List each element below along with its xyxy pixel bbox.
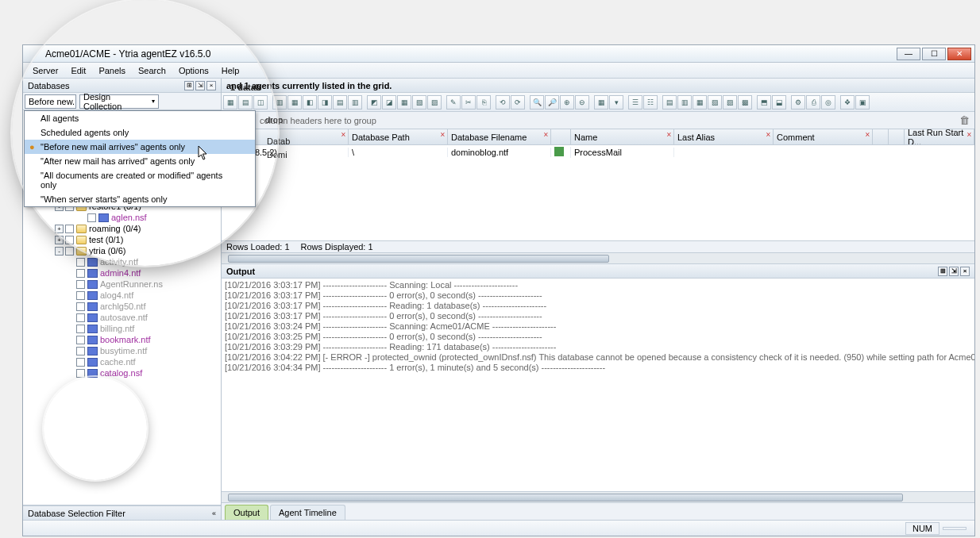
tree-db[interactable]: archlg50.ntf (23, 301, 221, 312)
checkbox[interactable] (76, 325, 85, 333)
checkbox[interactable] (65, 225, 74, 233)
toolbar-button[interactable]: ❖ (840, 95, 855, 110)
checkbox[interactable] (76, 369, 85, 378)
toolbar-button[interactable]: ▤ (662, 95, 677, 110)
toolbar-button[interactable]: ◎ (821, 95, 835, 110)
tree-db[interactable]: AgentRunner.ns (23, 279, 221, 290)
close-output-icon[interactable]: × (960, 267, 970, 276)
scroll-thumb[interactable] (228, 494, 903, 501)
agent-filter-dropdown[interactable]: All agentsScheduled agents only"Before n… (24, 110, 256, 207)
group-bar[interactable]: column headers here to group 🗑 (222, 112, 974, 129)
toolbar-button[interactable]: ✂ (461, 95, 476, 110)
toolbar-button[interactable]: ⟲ (496, 95, 510, 110)
tree-expander-icon[interactable]: - (55, 247, 64, 256)
toolbar-button[interactable]: ▩ (738, 95, 752, 110)
tree-db[interactable]: bookmark.ntf (23, 334, 221, 345)
minimize-button[interactable]: — (897, 48, 920, 60)
tree-db[interactable]: admin4.ntf (23, 267, 221, 279)
scroll-thumb[interactable] (228, 255, 609, 263)
tree-expander-icon[interactable]: + (55, 225, 64, 233)
menu-help[interactable]: Help (215, 64, 246, 77)
toolbar-button[interactable]: ▧ (412, 95, 426, 110)
tree-expander-icon[interactable]: + (55, 236, 64, 244)
tree-db[interactable]: billing.ntf (23, 323, 221, 334)
toolbar-button[interactable]: ◩ (367, 95, 381, 110)
dropdown-item[interactable]: "After new mail has arrived" agents only (25, 154, 255, 168)
menu-search[interactable]: Search (132, 64, 172, 77)
close-button[interactable]: ✕ (947, 48, 971, 60)
dropdown-item[interactable]: "When server starts" agents only (25, 192, 255, 206)
pop-icon[interactable]: ⊞ (938, 267, 947, 276)
column-header[interactable] (551, 129, 571, 144)
toolbar-button[interactable]: ▤ (333, 95, 347, 110)
toolbar-button[interactable]: ⎘ (476, 95, 491, 110)
checkbox[interactable] (76, 269, 85, 278)
toolbar-button[interactable]: ◨ (318, 95, 332, 110)
pin-icon[interactable]: ⇲ (949, 267, 959, 276)
column-header[interactable]: Database Path⨯ (349, 129, 448, 144)
design-collection-combo[interactable]: Design Collection ▾ (79, 94, 159, 109)
tree-db[interactable]: autosave.ntf (23, 312, 221, 323)
dropdown-item[interactable]: "All documents are created or modified" … (25, 168, 255, 192)
tree-db[interactable]: busytime.ntf (23, 345, 221, 356)
toolbar-button[interactable]: ▧ (708, 95, 722, 110)
dropdown-item[interactable]: Scheduled agents only (25, 125, 255, 140)
tree-db[interactable]: aglen.nsf (23, 212, 221, 223)
pin2-icon[interactable]: ⇲ (195, 81, 205, 90)
toolbar-button[interactable]: ⊖ (575, 95, 589, 110)
dropdown-item[interactable]: "Before new mail arrives" agents only (25, 140, 255, 154)
toolbar-button[interactable]: ⬓ (772, 95, 786, 110)
toolbar-button[interactable]: ▥ (348, 95, 362, 110)
checkbox[interactable] (76, 313, 85, 322)
checkbox[interactable] (76, 302, 85, 311)
toolbar-button[interactable]: ▦ (287, 95, 302, 110)
toolbar-button[interactable]: ⎙ (806, 95, 820, 110)
output-log[interactable]: [10/21/2016 3:03:17 PM] ----------------… (222, 279, 974, 491)
tree-db[interactable]: alog4.ntf (23, 290, 221, 301)
checkbox[interactable] (65, 236, 74, 244)
column-header[interactable] (889, 129, 905, 144)
toolbar-button[interactable]: ✎ (446, 95, 461, 110)
toolbar-button[interactable]: ▦ (223, 95, 237, 110)
trash-icon[interactable]: 🗑 (959, 114, 970, 126)
menu-options[interactable]: Options (172, 64, 215, 77)
checkbox[interactable] (76, 358, 85, 367)
toolbar-button[interactable]: ⚙ (791, 95, 805, 110)
tree-folder[interactable]: +test (0/1) (23, 234, 221, 245)
toolbar-button[interactable]: ◧ (303, 95, 317, 110)
tree-db[interactable]: cache.ntf (23, 356, 221, 367)
checkbox[interactable] (76, 347, 85, 355)
pin-icon[interactable]: ⊞ (184, 81, 194, 90)
column-filter-icon[interactable]: ⨯ (666, 131, 672, 138)
toolbar-button[interactable]: ▥ (272, 95, 287, 110)
agent-filter-combo[interactable]: Before new... ▾ (25, 94, 76, 109)
toolbar-button[interactable]: ☷ (643, 95, 658, 110)
checkbox[interactable] (76, 280, 85, 289)
tree-folder[interactable]: -ytria (0/6) (23, 245, 221, 256)
checkbox[interactable] (76, 258, 85, 267)
toolbar-button[interactable]: ▾ (609, 95, 623, 110)
close-panel-icon[interactable]: × (206, 81, 216, 90)
toolbar-button[interactable]: ☰ (628, 95, 642, 110)
output-hscroll[interactable] (222, 491, 974, 502)
toolbar-button[interactable]: ⊕ (560, 95, 574, 110)
column-header[interactable]: Last Run Start D...⨯ (905, 129, 974, 144)
toolbar-button[interactable]: ▦ (693, 95, 707, 110)
toolbar-button[interactable]: ▣ (855, 95, 870, 110)
column-header[interactable] (873, 129, 889, 144)
column-filter-icon[interactable]: ⨯ (966, 131, 972, 138)
checkbox[interactable] (87, 213, 96, 222)
maximize-button[interactable]: ☐ (922, 48, 946, 60)
column-filter-icon[interactable]: ⨯ (543, 131, 549, 138)
tab-output[interactable]: Output (225, 505, 268, 520)
toolbar-button[interactable]: ⬒ (757, 95, 771, 110)
toolbar-button[interactable]: ▤ (238, 95, 253, 110)
menu-panels[interactable]: Panels (92, 64, 132, 77)
column-header[interactable]: Name⨯ (571, 129, 674, 144)
tree-folder[interactable]: +roaming (0/4) (23, 223, 221, 234)
column-header[interactable]: Database Filename⨯ (448, 129, 551, 144)
toolbar-button[interactable]: ◫ (253, 95, 268, 110)
grid-row[interactable]: o Blog (8.5.2) \ dominoblog.ntf ProcessM… (222, 145, 974, 159)
column-filter-icon[interactable]: ⨯ (766, 131, 771, 138)
column-filter-icon[interactable]: ⨯ (440, 131, 446, 138)
